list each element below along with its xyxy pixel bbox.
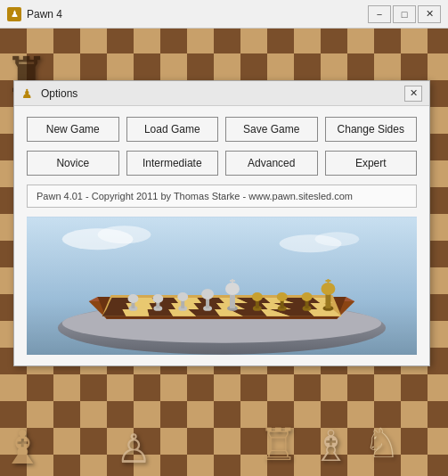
minimize-button[interactable]: −: [368, 5, 391, 23]
svg-point-69: [321, 283, 335, 295]
svg-marker-21: [107, 303, 130, 309]
chess-svg: [27, 217, 417, 355]
dialog-titlebar: ♟ Options ✕: [14, 81, 429, 106]
dialog-body: New Game Load Game Save Game Change Side…: [14, 106, 429, 365]
difficulty-row: Novice Intermediate Advanced Expert: [27, 151, 417, 176]
dialog-title: Options: [41, 87, 404, 100]
maximize-button[interactable]: □: [393, 5, 416, 23]
svg-point-46: [152, 294, 163, 303]
dialog-icon: ♟: [21, 86, 36, 101]
chess-preview-image: [27, 217, 417, 355]
expert-button[interactable]: Expert: [325, 151, 418, 176]
svg-point-43: [127, 294, 138, 303]
svg-point-4: [315, 232, 360, 246]
novice-button[interactable]: Novice: [27, 151, 119, 176]
change-sides-button[interactable]: Change Sides: [325, 117, 418, 142]
app-titlebar: ♟ Pawn 4 − □ ✕: [0, 0, 448, 29]
intermediate-button[interactable]: Intermediate: [126, 151, 219, 176]
app-icon: ♟: [7, 7, 21, 21]
svg-point-60: [252, 292, 263, 301]
load-game-button[interactable]: Load Game: [126, 117, 219, 142]
app-title: Pawn 4: [27, 8, 368, 21]
svg-point-2: [98, 226, 151, 243]
advanced-button[interactable]: Advanced: [225, 151, 318, 176]
info-bar: Pawn 4.01 - Copyright 2011 by Thomas Sta…: [27, 185, 417, 208]
svg-point-49: [177, 292, 188, 301]
svg-point-55: [225, 283, 240, 295]
svg-marker-22: [149, 303, 175, 309]
info-text: Pawn 4.01 - Copyright 2011 by Thomas Sta…: [37, 191, 353, 201]
svg-point-66: [302, 292, 313, 301]
app-close-button[interactable]: ✕: [418, 5, 441, 23]
svg-point-52: [201, 289, 214, 300]
save-game-button[interactable]: Save Game: [225, 117, 318, 142]
options-dialog: ♟ Options ✕ New Game Load Game Save Game…: [13, 80, 430, 366]
game-actions-row: New Game Load Game Save Game Change Side…: [27, 117, 417, 142]
svg-point-63: [277, 292, 288, 301]
dialog-close-button[interactable]: ✕: [404, 86, 422, 102]
new-game-button[interactable]: New Game: [27, 117, 119, 142]
titlebar-controls: − □ ✕: [368, 5, 441, 23]
